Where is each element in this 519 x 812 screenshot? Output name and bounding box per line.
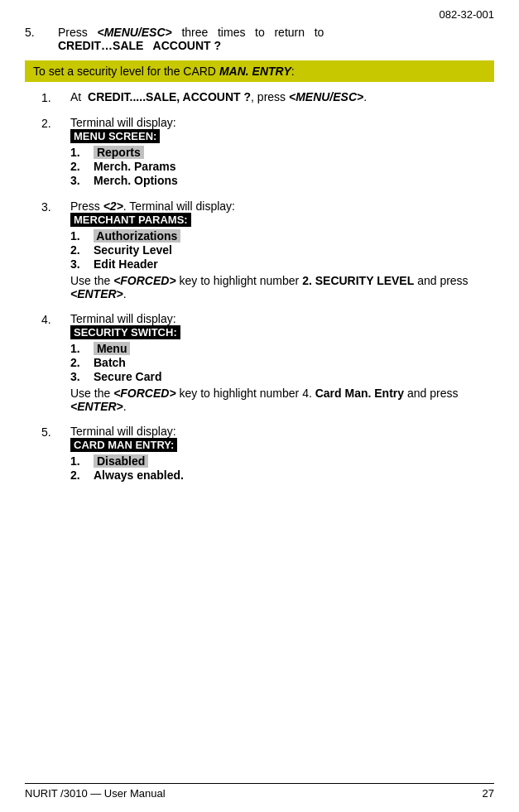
step-3-num: 3.: [41, 199, 70, 214]
security-item-3-label: Secure Card: [94, 370, 161, 383]
footer: NURIT /3010 — User Manual 27: [25, 783, 494, 800]
security-item-1-label: Menu: [94, 342, 130, 355]
security-item-2: 2. Batch: [70, 356, 494, 369]
merchant-item-3-label: Edit Header: [94, 257, 158, 271]
card-man-item-1: 1. Disabled: [70, 454, 494, 468]
section-header: To set a security level for the CARD MAN…: [25, 60, 494, 82]
step-4-note: Use the <FORCED> key to highlight number…: [70, 387, 494, 413]
step-4: 4. Terminal will display: SECURITY SWITC…: [41, 312, 494, 413]
steps-container: 1. At CREDIT.....SALE, ACCOUNT ?, press …: [25, 90, 494, 483]
merchant-params-label: MERCHANT PARAMS:: [70, 213, 191, 227]
step-2-content: Terminal will display: MENU SCREEN: 1. R…: [70, 116, 494, 188]
step-5-top: 5. Press <MENU/ESC> three times to retur…: [25, 26, 494, 52]
security-item-3: 3. Secure Card: [70, 370, 494, 383]
card-man-item-1-label: Disabled: [94, 454, 148, 468]
security-switch-items: 1. Menu 2. Batch 3. Secure Card: [70, 342, 494, 383]
menu-item-1-label: Reports: [94, 146, 144, 159]
step-1: 1. At CREDIT.....SALE, ACCOUNT ?, press …: [41, 90, 494, 104]
step-3-content: Press <2>. Terminal will display: MERCHA…: [70, 199, 494, 300]
step-4-content: Terminal will display: SECURITY SWITCH: …: [70, 312, 494, 413]
menu-screen-label: MENU SCREEN:: [70, 129, 160, 143]
card-man-entry-label: CARD MAN ENTRY:: [70, 438, 177, 452]
menu-item-2-num: 2.: [70, 160, 94, 173]
merchant-item-3: 3. Edit Header: [70, 257, 494, 271]
step-1-content: At CREDIT.....SALE, ACCOUNT ?, press <ME…: [70, 90, 494, 103]
menu-item-3-num: 3.: [70, 174, 94, 187]
card-man-item-2: 2. Always enabled.: [70, 468, 494, 482]
step-1-num: 1.: [41, 90, 70, 104]
merchant-item-1-label: Authorizations: [94, 229, 180, 243]
step-5: 5. Terminal will display: CARD MAN ENTRY…: [41, 425, 494, 483]
security-item-1: 1. Menu: [70, 342, 494, 355]
menu-item-2-label: Merch. Params: [94, 160, 176, 173]
merchant-item-2-num: 2.: [70, 243, 94, 257]
merchant-item-1: 1. Authorizations: [70, 229, 494, 243]
menu-item-1: 1. Reports: [70, 146, 494, 159]
merchant-item-2: 2. Security Level: [70, 243, 494, 257]
security-item-2-label: Batch: [94, 356, 126, 369]
menu-item-3: 3. Merch. Options: [70, 174, 494, 187]
doc-number: 082-32-001: [25, 8, 494, 21]
card-man-items: 1. Disabled 2. Always enabled.: [70, 454, 494, 482]
page: 082-32-001 5. Press <MENU/ESC> three tim…: [0, 0, 519, 812]
merchant-item-3-num: 3.: [70, 257, 94, 271]
card-man-item-2-num: 2.: [70, 468, 94, 482]
security-item-2-num: 2.: [70, 356, 94, 369]
step-2: 2. Terminal will display: MENU SCREEN: 1…: [41, 116, 494, 188]
menu-screen-items: 1. Reports 2. Merch. Params 3. Merch. Op…: [70, 146, 494, 187]
step-5-top-content: Press <MENU/ESC> three times to return t…: [58, 26, 494, 52]
step-5-content: Terminal will display: CARD MAN ENTRY: 1…: [70, 425, 494, 483]
footer-left: NURIT /3010 — User Manual: [25, 787, 166, 800]
card-man-item-2-label: Always enabled: [94, 468, 180, 482]
security-item-1-num: 1.: [70, 342, 94, 355]
step-2-num: 2.: [41, 116, 70, 130]
step-3: 3. Press <2>. Terminal will display: MER…: [41, 199, 494, 300]
merchant-item-2-label: Security Level: [94, 243, 172, 257]
footer-right: 27: [483, 787, 494, 800]
step-4-num: 4.: [41, 312, 70, 326]
menu-item-2: 2. Merch. Params: [70, 160, 494, 173]
step-5-top-num: 5.: [25, 26, 58, 52]
step-3-note: Use the <FORCED> key to highlight number…: [70, 274, 494, 300]
merchant-item-1-num: 1.: [70, 229, 94, 243]
step-5-num: 5.: [41, 425, 70, 439]
menu-item-3-label: Merch. Options: [94, 174, 178, 187]
security-item-3-num: 3.: [70, 370, 94, 383]
card-man-item-1-num: 1.: [70, 454, 94, 468]
security-switch-label: SECURITY SWITCH:: [70, 325, 180, 339]
menu-item-1-num: 1.: [70, 146, 94, 159]
merchant-params-items: 1. Authorizations 2. Security Level 3. E…: [70, 229, 494, 271]
